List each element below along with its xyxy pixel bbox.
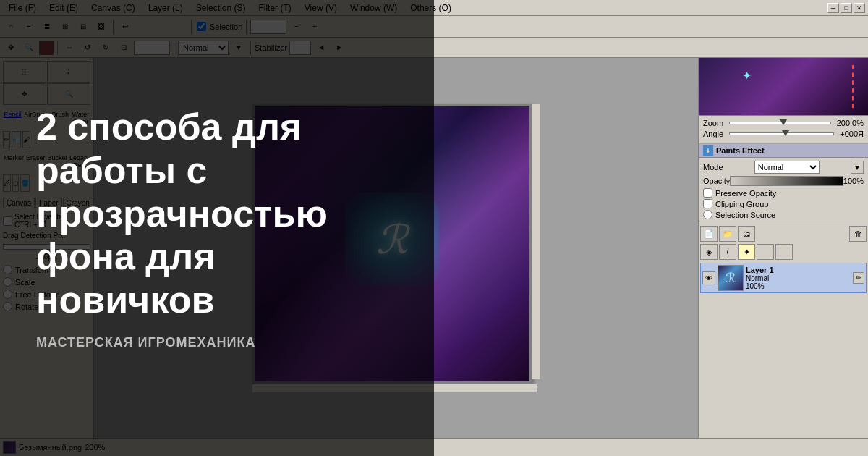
mode-select[interactable]: Normal [754,161,820,174]
layer-folder-btn[interactable]: 🗂 [738,226,755,242]
layer-opacity: 100% [746,282,851,290]
zoom-label: Zoom [703,119,723,127]
layer-item-1[interactable]: 👁 ℛ Layer 1 Normal 100% ✏ [700,263,867,293]
layer-thumbnail: ℛ [718,265,744,291]
layer-delete-btn[interactable]: 🗑 [849,226,867,242]
opacity-label: Opacity [703,177,730,185]
layer-effect3-btn[interactable]: ✦ [738,244,755,260]
layer-effect5-btn[interactable] [775,244,793,260]
left-overlay: 2 способа для работы с прозрачностью фон… [0,0,434,456]
subtitle: МАСТЕРСКАЯ ИГРОМЕХАНИКА [36,335,398,350]
layer-effect4-btn[interactable] [757,244,774,260]
layer-panel: 📄 📁 🗂 🗑 ◈ ⟨ ✦ 👁 ℛ [699,224,868,295]
paints-effect-header: + Paints Effect [699,144,868,158]
right-panel: ✦ Zoom 200.0% Angle +000Я [698,58,868,438]
clipping-group-label: Clipping Group [715,200,768,208]
opacity-row: Opacity 100% [703,176,864,186]
layer-pen-icon[interactable]: ✏ [853,272,864,284]
selection-source-label: Selection Source [715,211,775,219]
selection-source-radio[interactable] [703,210,712,219]
zoom-row: Zoom 200.0% [703,119,864,127]
angle-row: Angle +000Я [703,130,864,138]
clipping-group-row: Clipping Group [703,199,864,208]
new-layer-btn[interactable]: 📄 [700,226,718,242]
preview-star-icon: ✦ [742,69,752,83]
clipping-group-checkbox[interactable] [703,199,712,208]
mode-dropdown-btn[interactable]: ▼ [851,161,864,174]
paints-effect-label: Paints Effect [716,146,765,155]
preserve-opacity-label: Preserve Opacity [715,189,776,198]
layer-effect-toolbar: ◈ ⟨ ✦ [700,244,867,260]
layer-effect1-btn[interactable]: ◈ [700,244,718,260]
main-title: 2 способа для работы с прозрачностью фон… [36,106,398,322]
preserve-opacity-row: Preserve Opacity [703,188,864,198]
preserve-opacity-checkbox[interactable] [703,188,712,198]
mode-label: Mode [703,163,723,172]
zoom-value: 200.0% [837,119,864,127]
scrollbar-vertical[interactable] [532,104,540,379]
canvas-preview: ✦ [699,58,868,116]
new-set-btn[interactable]: 📁 [719,226,736,242]
layer-mode: Normal [746,274,851,282]
zoom-slider[interactable] [729,122,831,124]
preview-dashed-line [852,65,854,108]
window-controls: ─ □ ✕ [827,3,865,13]
layer-thumb-content: ℛ [718,266,743,290]
layer-name: Layer 1 [746,266,851,274]
layer-toolbar: 📄 📁 🗂 🗑 [700,226,867,242]
paints-effect-section: Mode Normal ▼ Opacity 100% Preserve Opac… [699,158,868,224]
mode-row: Mode Normal ▼ [703,161,864,174]
angle-slider-handle [782,130,789,136]
minimize-button[interactable]: ─ [827,3,839,13]
layer-visibility-icon[interactable]: 👁 [702,271,715,284]
angle-value: +000Я [840,130,864,138]
opacity-bar[interactable] [730,176,843,186]
angle-slider[interactable] [729,132,834,135]
layer-effect2-btn[interactable]: ⟨ [719,244,736,260]
maximize-button[interactable]: □ [841,3,852,13]
zoom-slider-handle [780,119,787,125]
preview-inner [699,58,868,115]
opacity-value: 100% [843,177,864,185]
paints-plus-icon[interactable]: + [703,145,713,156]
close-button[interactable]: ✕ [854,3,865,13]
selection-source-row: Selection Source [703,210,864,219]
layer-info: Layer 1 Normal 100% [746,266,851,290]
zoom-angle-section: Zoom 200.0% Angle +000Я [699,116,868,144]
angle-label: Angle [703,130,723,138]
